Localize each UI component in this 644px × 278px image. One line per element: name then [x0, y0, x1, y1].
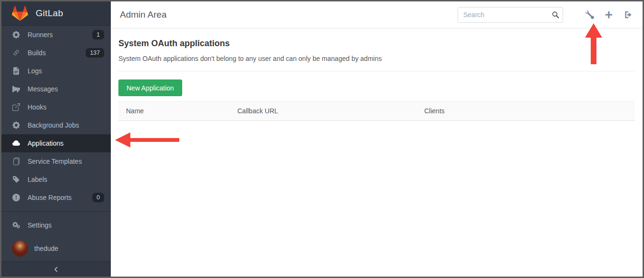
sidebar-item-label: Runners [28, 31, 92, 39]
sidebar-item-settings[interactable]: Settings [1, 216, 111, 234]
sidebar-item-abuse-reports[interactable]: Abuse Reports 0 [1, 189, 111, 207]
count-badge: 0 [92, 193, 104, 203]
sidebar-item-runners[interactable]: Runners 1 [1, 26, 111, 44]
sidebar-item-logs[interactable]: Logs [1, 62, 111, 80]
file-text-icon [12, 67, 20, 75]
sidebar-item-applications[interactable]: Applications [1, 134, 111, 152]
column-header-name: Name [118, 101, 230, 121]
sidebar-item-label: Logs [28, 67, 104, 75]
megaphone-icon [12, 85, 20, 93]
count-badge: 1 [92, 30, 104, 40]
sidebar-item-label: Background Jobs [28, 121, 104, 129]
sidebar-item-label: Service Templates [28, 158, 104, 165]
section-heading: System OAuth applications [118, 39, 635, 49]
main-area: Admin Area System OAuth applications Sys… [111, 1, 643, 277]
applications-table: Name Callback URL Clients [118, 101, 635, 121]
gears-icon [12, 221, 20, 229]
gear-icon [12, 121, 20, 129]
sidebar-item-label: Hooks [28, 103, 104, 111]
gitlab-logo-text: GitLab [36, 8, 63, 19]
sidebar-item-label: Messages [28, 85, 104, 93]
column-header-callback-url: Callback URL [230, 101, 417, 121]
sidebar-item-builds[interactable]: Builds 137 [1, 44, 111, 62]
search-icon[interactable] [552, 11, 559, 19]
sidebar-item-label: Applications [28, 139, 104, 147]
gitlab-admin-window: GitLab Runners 1 Builds 137 [0, 0, 644, 278]
gitlab-tanuki-logo-icon [12, 6, 28, 21]
sidebar-item-label: Labels [28, 176, 104, 183]
exclamation-circle-icon [12, 194, 20, 201]
sidebar-item-background-jobs[interactable]: Background Jobs [1, 116, 111, 134]
count-badge: 137 [86, 48, 104, 58]
user-name: thedude [34, 245, 59, 252]
sign-out-icon[interactable] [624, 10, 632, 19]
sidebar-item-service-templates[interactable]: Service Templates [1, 152, 111, 170]
section-divider [118, 71, 635, 71]
tag-icon [12, 176, 20, 183]
wrench-icon[interactable] [585, 10, 594, 19]
copy-icon [12, 158, 20, 165]
sidebar-nav: Runners 1 Builds 137 Logs [1, 26, 111, 261]
gitlab-home-link[interactable]: GitLab [1, 1, 111, 26]
search-input[interactable] [458, 7, 563, 23]
table-header-row: Name Callback URL Clients [118, 101, 635, 121]
sidebar-item-label: Abuse Reports [28, 194, 92, 201]
oauth-applications-section: System OAuth applications System OAuth a… [111, 29, 643, 121]
section-description: System OAuth applications don't belong t… [118, 55, 635, 62]
cloud-icon [12, 139, 20, 147]
top-navbar: Admin Area [111, 1, 643, 29]
external-link-icon [12, 103, 20, 111]
admin-sidebar: GitLab Runners 1 Builds 137 [1, 1, 111, 277]
search-box [458, 7, 563, 23]
sidebar-item-messages[interactable]: Messages [1, 80, 111, 98]
sidebar-collapse-button[interactable] [1, 261, 111, 277]
sidebar-item-label: Builds [28, 49, 86, 57]
sidebar-divider [1, 211, 111, 212]
sidebar-item-labels[interactable]: Labels [1, 170, 111, 189]
sidebar-item-label: Settings [28, 221, 104, 229]
link-icon [12, 49, 20, 57]
sidebar-item-hooks[interactable]: Hooks [1, 98, 111, 116]
new-application-button[interactable]: New Application [118, 79, 182, 96]
sidebar-user[interactable]: thedude [1, 236, 111, 261]
column-header-clients: Clients [417, 101, 635, 121]
user-avatar [12, 240, 28, 257]
page-title: Admin Area [120, 10, 458, 20]
chevron-left-icon [53, 266, 59, 273]
gear-icon [12, 31, 20, 39]
plus-icon[interactable] [605, 10, 613, 19]
